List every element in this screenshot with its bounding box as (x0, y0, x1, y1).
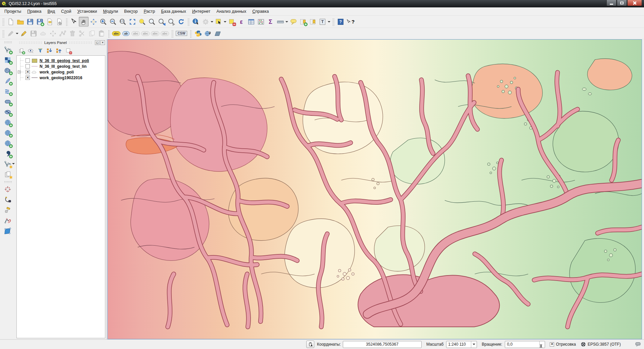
pan-map-button[interactable] (79, 17, 89, 27)
delete-selected-button[interactable] (67, 29, 77, 38)
panel-float-button[interactable]: ◱ (95, 40, 100, 45)
cut-features-button[interactable] (77, 29, 87, 38)
manage-visibility-button[interactable] (27, 47, 35, 55)
render-toggle[interactable]: ✕Отрисовка (550, 342, 576, 347)
coordinate-tracking-button[interactable] (306, 341, 314, 348)
zoom-full-button[interactable] (127, 17, 137, 27)
select-features-dropdown[interactable] (223, 17, 227, 27)
toolbar-grip[interactable] (2, 30, 4, 38)
reshape-tool-button[interactable] (2, 215, 13, 226)
current-edits-button[interactable] (6, 29, 15, 38)
add-oracle-layer-button[interactable] (2, 96, 13, 107)
toggle-editing-button[interactable] (19, 29, 29, 38)
layer-checkbox[interactable]: ✕ (25, 70, 30, 74)
zoom-native-button[interactable]: 1:1 (118, 17, 127, 27)
help-contents-button[interactable]: ? (336, 17, 345, 27)
copy-features-button[interactable] (87, 29, 97, 38)
layer-checkbox[interactable] (25, 64, 30, 68)
layer-checkbox[interactable]: ✕ (25, 76, 30, 80)
zoom-last-button[interactable] (157, 17, 166, 27)
add-spatialite-layer-button[interactable] (2, 76, 13, 86)
run-feature-action-button[interactable] (201, 17, 210, 27)
toolbar-grip[interactable] (171, 30, 173, 38)
add-raster-layer-button[interactable] (2, 55, 13, 65)
pan-to-selection-button[interactable] (89, 17, 98, 27)
select-by-expression-button[interactable]: ε (236, 17, 246, 27)
menu-help[interactable]: Справка (249, 8, 272, 15)
show-hide-labels-button[interactable]: abc (141, 29, 150, 38)
shapefile-dropdown[interactable] (12, 163, 15, 166)
new-project-button[interactable] (6, 17, 15, 27)
minimize-button[interactable] (606, 0, 616, 6)
zoom-out-button[interactable] (108, 17, 118, 27)
add-wcs-layer-button[interactable] (2, 128, 13, 138)
add-postgis-layer-button[interactable] (2, 65, 13, 76)
new-composer-button[interactable] (45, 17, 54, 27)
toolbar-grip[interactable] (4, 41, 12, 43)
layer-name[interactable]: N_36_III_geolog_test_poli (40, 58, 89, 63)
measure-dropdown[interactable] (285, 17, 288, 27)
geometry-tool-button[interactable] (2, 205, 13, 215)
open-project-button[interactable] (15, 17, 25, 27)
layer-row[interactable]: ✕ work_geolog19022016 (17, 75, 104, 81)
save-project-as-button[interactable] (35, 17, 45, 27)
deselect-all-button[interactable] (227, 17, 236, 27)
new-shapefile-layer-button[interactable] (2, 159, 13, 169)
layer-row[interactable]: N_36_III_geolog_test_lin (17, 63, 104, 69)
paste-features-button[interactable] (97, 29, 106, 38)
layer-checkbox[interactable] (25, 58, 30, 63)
osm-place-search-button[interactable] (203, 29, 213, 38)
layer-name[interactable]: work_geolog19022016 (40, 76, 82, 80)
toolbar-grip[interactable] (190, 30, 192, 38)
highlight-pinned-labels-button[interactable]: ab (121, 29, 131, 38)
map-canvas[interactable] (107, 39, 642, 339)
messages-balloon-icon[interactable] (635, 341, 641, 348)
zoom-to-layer-button[interactable] (147, 17, 157, 27)
show-bookmarks-button[interactable] (308, 17, 318, 27)
menu-processing[interactable]: Анализ данных (213, 8, 249, 15)
save-layer-edits-button[interactable] (29, 29, 38, 38)
toolbar-grip[interactable] (187, 18, 190, 26)
select-features-button[interactable] (214, 17, 223, 27)
filter-legend-button[interactable] (36, 47, 44, 55)
toolbar-grip[interactable] (108, 30, 110, 38)
lasso-tool-button[interactable] (2, 194, 13, 205)
metasearch-csw-button[interactable]: CSW (175, 29, 188, 38)
current-edits-dropdown[interactable] (15, 29, 19, 38)
new-bookmark-button[interactable] (298, 17, 308, 27)
move-label-button[interactable]: abc (150, 29, 160, 38)
menu-edit[interactable]: Правка (24, 8, 44, 15)
toolbar-grip[interactable] (2, 18, 4, 26)
layer-row[interactable]: N_36_III_geolog_test_poli (17, 58, 104, 63)
toolbar-grip[interactable] (332, 18, 334, 26)
add-vector-layer-button[interactable] (2, 44, 13, 55)
text-annotation-button[interactable]: T (318, 17, 327, 27)
annotation-dropdown[interactable] (327, 17, 331, 27)
remove-layer-button[interactable] (64, 47, 72, 55)
menu-vector[interactable]: Вектор (121, 8, 141, 15)
highlight-crosshair-tool-button[interactable] (2, 184, 13, 194)
coordinates-input[interactable]: 3524086,7505367 (343, 341, 422, 348)
menu-view[interactable]: Вид (44, 8, 58, 15)
rotation-spinner[interactable]: 0,0 (505, 341, 545, 348)
panel-close-button[interactable]: ✕ (100, 40, 105, 45)
add-delimited-text-layer-button[interactable] (2, 148, 13, 159)
collapse-all-button[interactable] (55, 47, 63, 55)
add-wms-layer-button[interactable] (2, 117, 13, 128)
add-wfs-layer-button[interactable] (2, 138, 13, 148)
save-project-button[interactable] (25, 17, 35, 27)
composer-manager-button[interactable] (54, 17, 64, 27)
add-feature-button[interactable] (38, 29, 48, 38)
maximize-button[interactable] (617, 0, 627, 6)
layer-name[interactable]: N_36_III_geolog_test_lin (40, 64, 87, 69)
node-tool-button[interactable] (58, 29, 67, 38)
measure-button[interactable] (275, 17, 285, 27)
open-attribute-table-button[interactable] (246, 17, 256, 27)
new-virtual-layer-button[interactable] (2, 169, 13, 180)
zoom-next-button[interactable] (166, 17, 176, 27)
add-group-button[interactable] (17, 47, 25, 55)
menu-settings[interactable]: Установки (74, 8, 100, 15)
layer-name[interactable]: work_geolog_poli (40, 70, 74, 74)
identify-features-button[interactable] (191, 17, 201, 27)
plugin-tool-button[interactable] (213, 29, 222, 38)
